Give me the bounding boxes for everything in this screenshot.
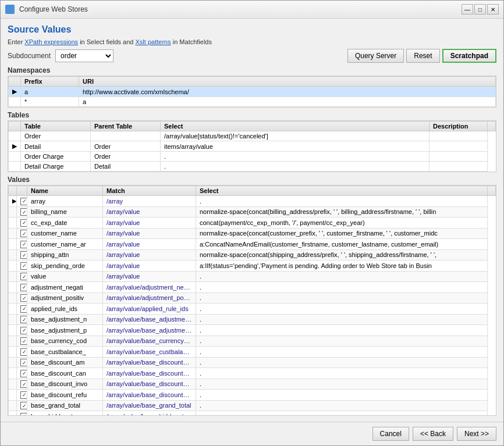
values-row-17[interactable]: base_discount_invo /array/value/base_dis… — [9, 379, 496, 390]
minimize-button[interactable]: — — [462, 4, 473, 15]
val-checkbox-19[interactable] — [20, 402, 27, 409]
val-row-check-1[interactable] — [17, 206, 27, 217]
back-button[interactable]: << Back — [413, 427, 453, 441]
tbl-row-ind-2 — [9, 152, 21, 162]
val-checkbox-17[interactable] — [20, 380, 27, 388]
values-row-0[interactable]: ▶ array /array . — [9, 196, 496, 207]
val-checkbox-4[interactable] — [20, 241, 27, 248]
val-row-check-13[interactable] — [17, 336, 27, 347]
val-col-ind — [9, 186, 17, 196]
val-row-check-3[interactable] — [17, 228, 27, 239]
values-row-18[interactable]: base_discount_refu /array/value/base_dis… — [9, 390, 496, 401]
values-row-10[interactable]: applied_rule_ids /array/value/applied_ru… — [9, 304, 496, 315]
val-row-ind-15 — [9, 357, 17, 368]
values-row-3[interactable]: customer_name /array/value normalize-spa… — [9, 228, 496, 239]
val-row-check-10[interactable] — [17, 304, 27, 315]
val-row-check-14[interactable] — [17, 347, 27, 358]
values-row-4[interactable]: customer_name_ar /array/value a:ConcatNa… — [9, 239, 496, 250]
val-row-name-16: base_discount_can — [27, 368, 103, 379]
val-row-name-12: base_adjustment_p — [27, 325, 103, 336]
values-row-15[interactable]: base_discount_am /array/value/base_disco… — [9, 357, 496, 368]
val-row-check-5[interactable] — [17, 249, 27, 261]
values-row-9[interactable]: adjustment_positiv /array/value/adjustme… — [9, 292, 496, 304]
subtitle-suffix: in Matchfields — [173, 38, 212, 45]
val-row-select-10: . — [196, 304, 488, 315]
values-row-14[interactable]: base_custbalance_ /array/value/base_cust… — [9, 347, 496, 358]
val-row-check-11[interactable] — [17, 314, 27, 325]
val-row-check-15[interactable] — [17, 357, 27, 368]
values-row-7[interactable]: value /array/value . — [9, 271, 496, 282]
maximize-button[interactable]: □ — [474, 4, 486, 15]
reset-button[interactable]: Reset — [406, 49, 439, 63]
values-row-20[interactable]: base_hidden_tax_a /array/value/base_hidd… — [9, 411, 496, 416]
query-server-button[interactable]: Query Server — [347, 49, 404, 63]
ns-row-a[interactable]: ▶ a http://www.acctivate.com/xmlschema/ — [9, 87, 496, 97]
val-checkbox-1[interactable] — [20, 208, 27, 216]
val-row-check-7[interactable] — [17, 271, 27, 282]
val-checkbox-6[interactable] — [20, 262, 27, 270]
xpath-expressions-link[interactable]: XPath expressions — [24, 38, 78, 45]
val-row-check-18[interactable] — [17, 390, 27, 401]
val-row-check-9[interactable] — [17, 292, 27, 304]
val-row-check-16[interactable] — [17, 368, 27, 379]
val-checkbox-18[interactable] — [20, 391, 27, 399]
subdocument-dropdown[interactable]: order — [55, 49, 113, 62]
tbl-col-parent: Parent Table — [91, 122, 161, 131]
val-row-check-4[interactable] — [17, 239, 27, 250]
val-row-ind-2 — [9, 217, 17, 229]
values-table-container[interactable]: Name Match Select ▶ array /array . billi… — [8, 185, 496, 416]
val-row-check-12[interactable] — [17, 325, 27, 336]
val-checkbox-3[interactable] — [20, 230, 27, 237]
val-checkbox-10[interactable] — [20, 305, 27, 313]
val-row-check-20[interactable] — [17, 411, 27, 416]
xslt-patterns-link[interactable]: Xslt patterns — [136, 38, 171, 45]
val-checkbox-15[interactable] — [20, 359, 27, 366]
val-checkbox-9[interactable] — [20, 294, 27, 302]
cancel-button[interactable]: Cancel — [372, 427, 409, 441]
val-row-select-18: . — [196, 390, 488, 401]
values-row-5[interactable]: shipping_attn /array/value normalize-spa… — [9, 249, 496, 261]
ns-row-wildcard[interactable]: * a — [9, 97, 496, 107]
val-row-match-1: /array/value — [103, 206, 196, 217]
val-checkbox-5[interactable] — [20, 251, 27, 259]
val-row-ind-10 — [9, 304, 17, 315]
main-content: Source Values Enter XPath expressions in… — [1, 19, 503, 422]
val-row-check-19[interactable] — [17, 400, 27, 411]
values-row-11[interactable]: base_adjustment_n /array/value/base_adju… — [9, 314, 496, 325]
values-row-13[interactable]: base_currency_cod /array/value/base_curr… — [9, 336, 496, 347]
val-checkbox-11[interactable] — [20, 316, 27, 323]
values-row-1[interactable]: billing_name /array/value normalize-spac… — [9, 206, 496, 217]
val-checkbox-0[interactable] — [20, 198, 27, 205]
values-row-19[interactable]: base_grand_total /array/value/base_grand… — [9, 400, 496, 411]
table-row-detail[interactable]: ▶ Detail Order items/array/value — [9, 141, 496, 152]
val-checkbox-7[interactable] — [20, 273, 27, 280]
val-row-check-17[interactable] — [17, 379, 27, 390]
scratchpad-button[interactable]: Scratchpad — [442, 49, 496, 63]
val-checkbox-20[interactable] — [20, 413, 27, 416]
val-checkbox-8[interactable] — [20, 284, 27, 291]
values-row-8[interactable]: adjustment_negati /array/value/adjustmen… — [9, 282, 496, 293]
val-checkbox-16[interactable] — [20, 370, 27, 377]
values-row-2[interactable]: cc_exp_date /array/value concat(payment/… — [9, 217, 496, 229]
next-button[interactable]: Next >> — [457, 427, 496, 441]
tbl-col-select: Select — [161, 122, 430, 131]
table-row-order-charge[interactable]: Order Charge Order . — [9, 152, 496, 162]
table-row-order[interactable]: Order /array/value[status/text()!='cance… — [9, 131, 496, 141]
val-row-check-6[interactable] — [17, 261, 27, 272]
toolbar-right: Query Server Reset Scratchpad — [347, 49, 496, 63]
val-row-check-8[interactable] — [17, 282, 27, 293]
close-button[interactable]: ✕ — [487, 4, 499, 15]
values-row-16[interactable]: base_discount_can /array/value/base_disc… — [9, 368, 496, 379]
val-checkbox-2[interactable] — [20, 219, 27, 227]
val-row-select-7: . — [196, 271, 488, 282]
table-row-detail-charge[interactable]: Detail Charge Detail . — [9, 162, 496, 172]
val-checkbox-14[interactable] — [20, 348, 27, 356]
val-row-check-0[interactable] — [17, 196, 27, 207]
val-row-check-2[interactable] — [17, 217, 27, 229]
values-row-6[interactable]: skip_pending_orde /array/value a:IIf(sta… — [9, 261, 496, 272]
values-row-12[interactable]: base_adjustment_p /array/value/base_adju… — [9, 325, 496, 336]
values-section: Values Name Match Select — [8, 176, 496, 416]
val-row-select-9: . — [196, 292, 488, 304]
val-checkbox-12[interactable] — [20, 327, 27, 334]
val-checkbox-13[interactable] — [20, 337, 27, 345]
